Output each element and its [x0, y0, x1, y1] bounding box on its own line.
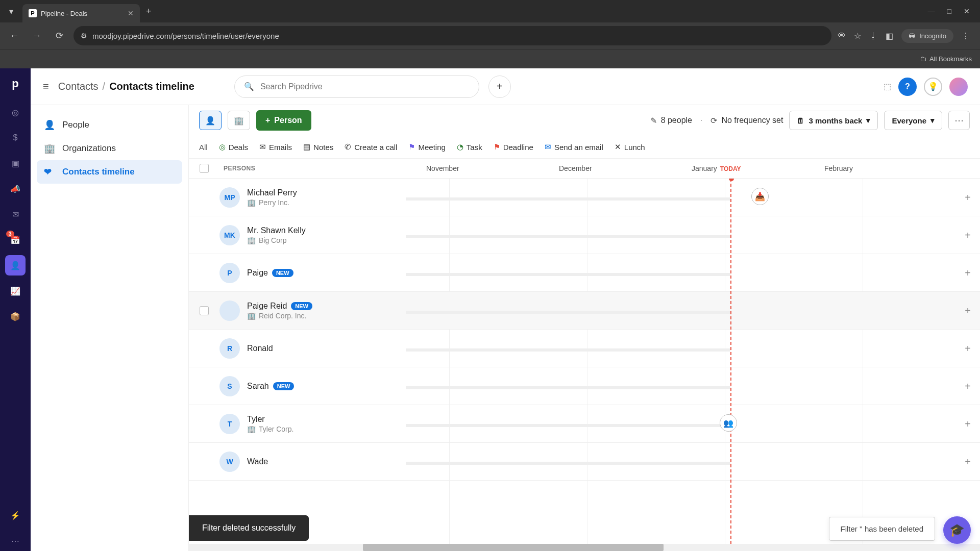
user-avatar[interactable] — [949, 78, 968, 96]
timeline-activity-node[interactable]: 👥 — [720, 414, 737, 432]
rail-item-mail[interactable]: ✉ — [5, 204, 26, 224]
rail-item-leads[interactable]: ◎ — [5, 102, 26, 122]
frequency-setting[interactable]: ⟳ No frequency set — [710, 116, 783, 126]
person-name[interactable]: Mr. Shawn Kelly — [247, 226, 306, 235]
range-dropdown[interactable]: 🗓 3 months back ▾ — [789, 111, 878, 130]
person-name[interactable]: SarahNEW — [247, 382, 294, 391]
sidepanel-icon[interactable]: ◧ — [886, 31, 893, 41]
sidebar-item-people[interactable]: 👤 People — [37, 113, 182, 137]
filter-all[interactable]: All — [199, 143, 208, 152]
person-name[interactable]: Tyler — [247, 415, 293, 424]
person-name[interactable]: Paige ReidNEW — [247, 302, 312, 311]
forward-button[interactable]: → — [29, 28, 45, 44]
add-activity-icon[interactable]: + — [965, 267, 971, 279]
quick-add-button[interactable]: + — [488, 76, 511, 98]
add-activity-icon[interactable]: + — [965, 342, 971, 354]
table-row[interactable]: SSarahNEW+ — [189, 367, 980, 405]
person-org[interactable]: 🏢 Big Corp — [247, 236, 306, 244]
tips-button[interactable]: 💡 — [924, 78, 942, 96]
breadcrumb-root[interactable]: Contacts — [58, 81, 99, 92]
person-name[interactable]: Ronald — [247, 344, 273, 353]
academy-fab[interactable]: 🎓 — [943, 516, 971, 544]
rail-item-activities[interactable]: 3📅 — [5, 230, 26, 250]
filter-emails[interactable]: ✉Emails — [259, 142, 292, 152]
tab-close-icon[interactable]: ✕ — [128, 9, 134, 17]
address-bar[interactable]: ⚙ moodjoy.pipedrive.com/persons/timeline… — [74, 26, 831, 45]
add-activity-icon[interactable]: + — [965, 418, 971, 430]
person-avatar[interactable] — [219, 300, 240, 321]
filter-task[interactable]: ◔Task — [457, 142, 482, 152]
person-avatar[interactable]: MP — [219, 187, 240, 208]
rail-item-products[interactable]: 📦 — [5, 306, 26, 327]
table-row[interactable]: MKMr. Shawn Kelly🏢 Big Corp+ — [189, 216, 980, 254]
filter-send[interactable]: ✉Send an email — [545, 142, 603, 152]
eye-off-icon[interactable]: 👁 — [838, 31, 846, 40]
filter-meeting[interactable]: ⚑Meeting — [408, 142, 445, 152]
view-person-icon[interactable]: 👤 — [199, 111, 222, 130]
row-checkbox[interactable] — [200, 306, 209, 315]
reload-button[interactable]: ⟳ — [51, 28, 67, 44]
table-row[interactable]: WWade+ — [189, 443, 980, 481]
rail-item-more[interactable]: ⋯ — [5, 531, 26, 551]
collapse-sidebar-icon[interactable]: ≡ — [43, 81, 49, 92]
site-settings-icon[interactable]: ⚙ — [81, 32, 87, 40]
horizontal-scrollbar[interactable] — [189, 544, 980, 551]
filter-lunch[interactable]: ✕Lunch — [615, 142, 645, 152]
add-activity-icon[interactable]: + — [965, 229, 971, 241]
filter-notes[interactable]: ▤Notes — [303, 142, 333, 152]
add-person-button[interactable]: + Person — [256, 110, 311, 131]
filter-deadline[interactable]: ⚑Deadline — [494, 142, 533, 152]
person-name[interactable]: PaigeNEW — [247, 268, 293, 278]
add-activity-icon[interactable]: + — [965, 305, 971, 316]
add-activity-icon[interactable]: + — [965, 380, 971, 392]
person-avatar[interactable]: MK — [219, 225, 240, 245]
person-avatar[interactable]: W — [219, 452, 240, 472]
rail-item-projects[interactable]: ▣ — [5, 153, 26, 173]
downloads-icon[interactable]: ⭳ — [869, 31, 877, 40]
table-row[interactable]: PPaigeNEW+ — [189, 254, 980, 292]
sidebar-item-organizations[interactable]: 🏢 Organizations — [37, 137, 182, 160]
new-tab-button[interactable]: + — [146, 6, 152, 17]
timeline-activity-node[interactable]: 📥 — [751, 188, 769, 205]
add-activity-icon[interactable]: + — [965, 456, 971, 467]
minimize-icon[interactable]: — — [928, 7, 935, 15]
filter-deals[interactable]: ◎Deals — [219, 142, 248, 152]
help-button[interactable]: ? — [898, 78, 917, 96]
person-org[interactable]: 🏢 Tyler Corp. — [247, 425, 293, 433]
person-name[interactable]: Wade — [247, 457, 268, 466]
browser-tab[interactable]: P Pipeline - Deals ✕ — [22, 4, 140, 22]
filter-call[interactable]: ✆Create a call — [345, 142, 397, 152]
more-actions-button[interactable]: ⋯ — [948, 111, 970, 130]
tab-search-dropdown[interactable]: ▾ — [4, 4, 18, 18]
app-logo[interactable]: p — [7, 76, 23, 92]
scrollbar-thumb[interactable] — [363, 544, 664, 551]
add-activity-icon[interactable]: + — [965, 191, 971, 203]
extensions-icon[interactable]: ⬚ — [884, 82, 891, 91]
view-org-icon[interactable]: 🏢 — [228, 111, 250, 130]
rail-item-insights[interactable]: 📈 — [5, 281, 26, 301]
rail-item-deals[interactable]: $ — [5, 128, 26, 148]
person-org[interactable]: 🏢 Reid Corp. Inc. — [247, 312, 312, 320]
back-button[interactable]: ← — [6, 28, 22, 44]
close-icon[interactable]: ✕ — [964, 7, 970, 15]
people-count[interactable]: ✎ 8 people — [650, 116, 692, 126]
bookmark-star-icon[interactable]: ☆ — [854, 31, 861, 41]
table-row[interactable]: RRonald+ — [189, 330, 980, 367]
incognito-chip[interactable]: 🕶 Incognito — [901, 29, 953, 43]
person-avatar[interactable]: S — [219, 376, 240, 396]
select-all-checkbox[interactable] — [200, 164, 209, 173]
person-name[interactable]: Michael Perry — [247, 188, 297, 197]
rail-item-quickhelp[interactable]: ⚡ — [5, 505, 26, 525]
person-avatar[interactable]: T — [219, 414, 240, 434]
person-org[interactable]: 🏢 Perry Inc. — [247, 198, 297, 207]
all-bookmarks-button[interactable]: 🗀 All Bookmarks — [920, 55, 972, 63]
table-row[interactable]: Paige ReidNEW🏢 Reid Corp. Inc.+ — [189, 292, 980, 330]
rail-item-campaigns[interactable]: 📣 — [5, 179, 26, 199]
owner-dropdown[interactable]: Everyone ▾ — [884, 111, 942, 130]
search-box[interactable]: 🔍 — [234, 76, 479, 98]
table-row[interactable]: MPMichael Perry🏢 Perry Inc.📥+ — [189, 179, 980, 216]
browser-menu-icon[interactable]: ⋮ — [962, 31, 970, 41]
person-avatar[interactable]: R — [219, 338, 240, 359]
sidebar-item-contacts-timeline[interactable]: ❤ Contacts timeline — [37, 160, 182, 184]
table-row[interactable]: TTyler🏢 Tyler Corp.👥+ — [189, 405, 980, 443]
